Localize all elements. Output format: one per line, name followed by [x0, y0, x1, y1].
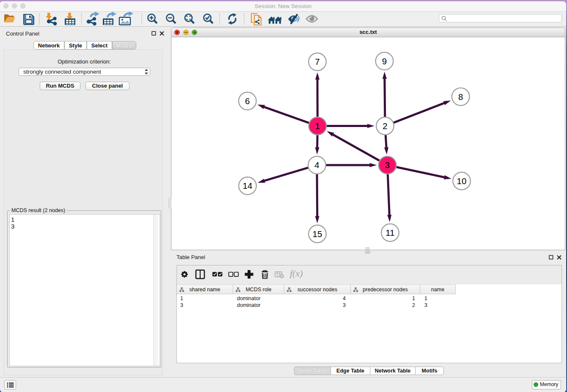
- svg-text:8: 8: [458, 92, 463, 102]
- svg-text:1: 1: [315, 121, 320, 131]
- svg-text:10: 10: [457, 176, 467, 186]
- svg-text:14: 14: [243, 181, 253, 190]
- svg-text:2: 2: [383, 121, 387, 131]
- svg-text:11: 11: [385, 228, 394, 237]
- svg-text:3: 3: [385, 160, 390, 170]
- svg-text:6: 6: [245, 96, 250, 106]
- svg-text:4: 4: [314, 160, 319, 170]
- svg-text:9: 9: [382, 56, 387, 66]
- svg-text:7: 7: [315, 57, 319, 66]
- svg-text:15: 15: [313, 229, 322, 239]
